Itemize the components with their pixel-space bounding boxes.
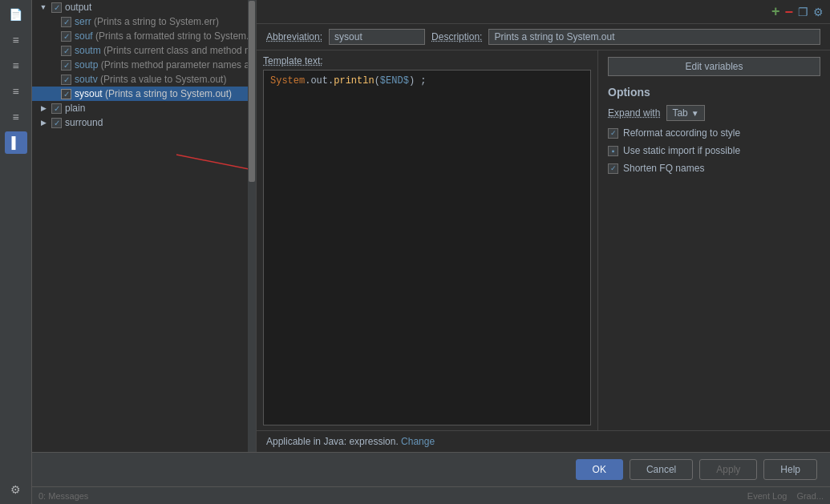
edit-variables-button[interactable]: Edit variables: [608, 57, 820, 76]
expand-dropdown-arrow: ▼: [691, 109, 699, 118]
serr-label: serr (Prints a string to System.err): [75, 16, 219, 27]
applicable-text: Applicable in Java: expression.: [266, 436, 399, 447]
options-section: Edit variables Options Expand with Tab ▼: [597, 50, 830, 430]
settings-small-icon[interactable]: ⚙: [813, 6, 824, 18]
status-messages[interactable]: 0: Messages: [38, 491, 88, 501]
reformat-checkbox[interactable]: [608, 128, 618, 139]
soutp-checkbox[interactable]: [61, 60, 71, 71]
surround-label: surround: [65, 117, 103, 128]
expand-dropdown[interactable]: Tab ▼: [666, 105, 704, 121]
soutp-item[interactable]: soutp (Prints method parameter names and…: [32, 58, 256, 72]
tree-scroll-thumb[interactable]: [249, 1, 255, 182]
code-var: $END$: [380, 75, 409, 87]
sidebar-icon-3[interactable]: ≡: [5, 54, 27, 77]
soutm-label: soutm (Prints current class and method n…: [75, 45, 257, 56]
left-sidebar: 📄 ≡ ≡ ≡ ≡ ▌ ⚙: [0, 0, 32, 504]
sysout-label: sysout (Prints a string to System.out): [75, 88, 232, 99]
soutv-checkbox[interactable]: [61, 75, 71, 85]
abbreviation-input[interactable]: [329, 29, 425, 45]
shorten-fq-label: Shorten FQ names: [623, 163, 704, 174]
output-label: output: [65, 2, 91, 13]
reformat-row[interactable]: Reformat according to style: [608, 127, 820, 139]
sidebar-icon-2[interactable]: ≡: [5, 29, 27, 51]
tree-scrollbar[interactable]: [248, 0, 256, 452]
template-text-label: Template text:: [263, 55, 591, 67]
ok-button[interactable]: OK: [576, 459, 623, 480]
code-out: out: [310, 75, 328, 87]
sidebar-icon-4[interactable]: ≡: [5, 80, 27, 103]
template-tree: ▼ output serr (Prints a string to System…: [32, 0, 257, 452]
code-editor[interactable]: System.out.println($END$) ;: [263, 70, 591, 425]
cancel-button[interactable]: Cancel: [630, 459, 693, 480]
sidebar-icon-7[interactable]: ⚙: [5, 478, 27, 501]
svg-line-0: [176, 155, 257, 211]
code-paren: (: [375, 75, 380, 87]
change-link[interactable]: Change: [401, 436, 435, 447]
help-button[interactable]: Help: [763, 459, 817, 480]
code-keyword-system: System: [270, 75, 305, 87]
plain-expand-arrow[interactable]: ▶: [38, 103, 48, 113]
add-icon[interactable]: +: [771, 3, 780, 20]
expand-value: Tab: [672, 107, 687, 119]
abbrev-desc-row: Abbreviation: Description:: [257, 24, 830, 50]
expand-with-label: Expand with: [608, 107, 660, 119]
soutp-label: soutp (Prints method parameter names and…: [75, 59, 257, 71]
apply-button[interactable]: Apply: [699, 459, 757, 480]
remove-icon[interactable]: −: [784, 5, 793, 19]
sidebar-icon-1[interactable]: 📄: [5, 3, 27, 26]
static-import-label: Use static import if possible: [623, 145, 740, 156]
output-expand-arrow[interactable]: ▼: [38, 2, 48, 12]
applicable-row: Applicable in Java: expression. Change: [257, 430, 830, 452]
status-event-log[interactable]: Event Log: [747, 491, 787, 501]
copy-icon[interactable]: ❐: [798, 6, 808, 18]
soutv-item[interactable]: soutv (Prints a value to System.out): [32, 72, 256, 87]
static-import-row[interactable]: Use static import if possible: [608, 145, 820, 156]
sysout-checkbox[interactable]: [61, 89, 71, 99]
code-println: println: [334, 75, 374, 87]
soutm-item[interactable]: soutm (Prints current class and method n…: [32, 43, 256, 58]
abbreviation-label: Abbreviation:: [266, 31, 322, 42]
plain-group[interactable]: ▶ plain: [32, 101, 256, 115]
code-section: Template text: System.out.println($END$)…: [257, 50, 597, 430]
expand-with-row: Expand with Tab ▼: [608, 105, 820, 121]
surround-checkbox[interactable]: [51, 118, 62, 128]
status-bar: 0: Messages Event Log Grad...: [32, 486, 830, 504]
output-checkbox[interactable]: [51, 2, 62, 13]
souf-label: souf (Prints a formatted string to Syste…: [75, 30, 257, 42]
reformat-label: Reformat according to style: [623, 127, 740, 139]
shorten-fq-row[interactable]: Shorten FQ names: [608, 163, 820, 174]
static-import-checkbox[interactable]: [608, 146, 618, 156]
output-group[interactable]: ▼ output: [32, 0, 256, 14]
sidebar-icon-active[interactable]: ▌: [5, 131, 27, 154]
bottom-button-bar: OK Cancel Apply Help: [32, 452, 830, 486]
sidebar-icon-5[interactable]: ≡: [5, 106, 27, 128]
options-title: Options: [608, 86, 820, 99]
status-gradle[interactable]: Grad...: [796, 491, 824, 501]
shorten-fq-checkbox[interactable]: [608, 163, 618, 174]
top-toolbar: + − ❐ ⚙: [257, 0, 830, 24]
plain-label: plain: [65, 103, 85, 114]
annotation-arrow: [72, 116, 257, 212]
description-input[interactable]: [488, 29, 820, 45]
souf-item[interactable]: souf (Prints a formatted string to Syste…: [32, 29, 256, 43]
soutm-checkbox[interactable]: [61, 46, 71, 56]
plain-checkbox[interactable]: [51, 103, 62, 114]
serr-item[interactable]: serr (Prints a string to System.err): [32, 14, 256, 29]
middle-content: Template text: System.out.println($END$)…: [257, 50, 830, 430]
souf-checkbox[interactable]: [61, 31, 71, 42]
right-content: + − ❐ ⚙ Abbreviation: Description: Te: [257, 0, 830, 452]
surround-group[interactable]: ▶ surround: [32, 115, 256, 130]
sysout-item[interactable]: sysout (Prints a string to System.out): [32, 87, 256, 101]
description-label: Description:: [431, 31, 482, 42]
serr-checkbox[interactable]: [61, 17, 71, 27]
soutv-label: soutv (Prints a value to System.out): [75, 74, 226, 85]
code-close: ) ;: [409, 75, 427, 87]
surround-expand-arrow[interactable]: ▶: [38, 118, 48, 127]
